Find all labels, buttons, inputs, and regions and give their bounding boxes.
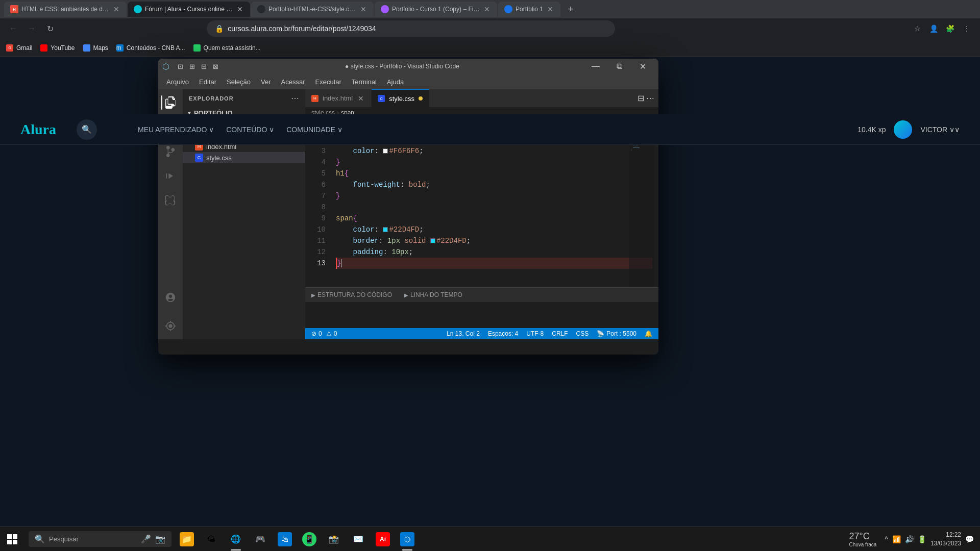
- editor-tab-style-css[interactable]: C style.css: [372, 89, 429, 107]
- activity-run[interactable]: [161, 167, 180, 185]
- alura-username[interactable]: VICTOR ∨∨: [920, 126, 960, 134]
- status-spaces[interactable]: Espaços: 4: [486, 330, 520, 337]
- tray-battery-icon[interactable]: 🔋: [918, 535, 926, 543]
- profile-button[interactable]: 👤: [927, 21, 941, 36]
- alura-logo[interactable]: Alura: [20, 121, 56, 138]
- taskbar-icon-whatsapp[interactable]: 📱: [298, 527, 321, 552]
- status-port[interactable]: 📡 Port : 5500: [595, 330, 639, 337]
- tab-close-1[interactable]: ✕: [112, 4, 120, 14]
- file-style-css[interactable]: C style.css: [183, 152, 305, 163]
- title-layout-icon2[interactable]: ⊞: [187, 62, 197, 71]
- split-editor-icon[interactable]: ⊟: [638, 93, 644, 103]
- alura-nav-conteudo[interactable]: CONTEÚDO ∨: [226, 126, 274, 134]
- port-icon: 📡: [597, 330, 604, 337]
- alura-search-button[interactable]: 🔍: [77, 119, 97, 140]
- status-encoding[interactable]: UTF-8: [524, 330, 546, 337]
- tray-chevron-icon[interactable]: ^: [885, 535, 888, 543]
- extensions-button[interactable]: 🧩: [943, 21, 958, 36]
- activity-settings[interactable]: [161, 317, 180, 335]
- menu-selecao[interactable]: Seleção: [223, 77, 255, 87]
- back-button[interactable]: ←: [6, 21, 20, 36]
- position-text: Ln 13, Col 2: [447, 330, 480, 337]
- status-right: Ln 13, Col 2 Espaços: 4 UTF-8 CRLF CSS: [445, 330, 654, 337]
- status-position[interactable]: Ln 13, Col 2: [445, 330, 482, 337]
- bookmark-conteudos[interactable]: m Conteúdos - CNB A...: [116, 44, 185, 52]
- taskbar-icon-file-explorer[interactable]: 📁: [176, 527, 198, 552]
- menu-arquivo[interactable]: Arquivo: [162, 77, 193, 87]
- panel-tab-estrutura[interactable]: ▶ ESTRUTURA DO CÓDIGO: [305, 288, 398, 302]
- menu-ver[interactable]: Ver: [257, 77, 275, 87]
- bookmark-quem[interactable]: Quem está assistin...: [193, 44, 261, 52]
- bookmark-gmail[interactable]: G Gmail: [6, 44, 32, 52]
- editor-tab-index-html[interactable]: H index.html ✕: [305, 89, 372, 107]
- bookmark-maps[interactable]: Maps: [83, 44, 108, 52]
- menu-executar[interactable]: Executar: [311, 77, 346, 87]
- browser-tab-4[interactable]: Portfolio - Curso 1 (Copy) – Figm... ✕: [375, 2, 497, 17]
- window-minimize-button[interactable]: —: [584, 59, 607, 74]
- panel-arrow-linha: ▶: [404, 292, 408, 298]
- sidebar-more-button[interactable]: ⋯: [291, 93, 299, 103]
- alura-nav-comunidade[interactable]: COMUNIDADE ∨: [286, 126, 342, 134]
- title-layout-icon1[interactable]: ⊡: [176, 62, 185, 71]
- tab-close-2[interactable]: ✕: [236, 4, 244, 14]
- taskbar-icon-app2[interactable]: 🎮: [249, 527, 272, 552]
- search-mic-icon: 🎤: [141, 534, 151, 544]
- tray-weather[interactable]: 27°C Chuva fraca: [849, 531, 876, 547]
- tab-close-5[interactable]: ✕: [546, 4, 554, 14]
- alura-avatar[interactable]: [894, 120, 912, 139]
- panel-tab-linha[interactable]: ▶ LINHA DO TEMPO: [398, 288, 469, 302]
- status-errors[interactable]: ⊘ 0 ⚠ 0: [309, 330, 339, 337]
- activity-extensions[interactable]: [161, 191, 180, 210]
- url-bar[interactable]: 🔒 cursos.alura.com.br/forum/editar/post/…: [207, 20, 615, 37]
- svg-rect-2: [7, 540, 12, 544]
- status-bell[interactable]: 🔔: [643, 330, 654, 337]
- tray-time[interactable]: 12:22 13/03/2023: [930, 531, 961, 548]
- tray-notification-icon[interactable]: 💬: [965, 535, 974, 543]
- start-button[interactable]: [0, 527, 24, 552]
- browser-tab-5[interactable]: Portfolio 1 ✕: [498, 2, 560, 17]
- taskbar-icon-instagram[interactable]: 📸: [323, 527, 345, 552]
- menu-acessar[interactable]: Acessar: [277, 77, 309, 87]
- title-layout-icon4[interactable]: ⊠: [211, 62, 220, 71]
- activity-explorer[interactable]: [161, 93, 180, 112]
- browser-tab-1[interactable]: H HTML e CSS: ambientes de dese... ✕: [4, 2, 127, 17]
- more-actions-icon[interactable]: ⋯: [646, 93, 654, 103]
- tray-sound-icon[interactable]: 🔊: [905, 535, 914, 543]
- bookmark-button[interactable]: ☆: [911, 21, 925, 36]
- menu-editar[interactable]: Editar: [195, 77, 220, 87]
- code-line-7: }: [336, 190, 652, 202]
- alura-nav: MEU APRENDIZADO ∨ CONTEÚDO ∨ COMUNIDADE …: [138, 126, 342, 134]
- taskbar-icon-store[interactable]: 🛍: [274, 527, 296, 552]
- alura-nav-aprendizado[interactable]: MEU APRENDIZADO ∨: [138, 126, 214, 134]
- forward-button[interactable]: →: [24, 21, 39, 36]
- activity-source-control[interactable]: [161, 142, 180, 161]
- browser-tab-3[interactable]: Portfolío-HTML-e-CSS/style.css ... ✕: [251, 2, 374, 17]
- taskbar-icon-weather[interactable]: 🌤: [200, 527, 223, 552]
- status-language[interactable]: CSS: [574, 330, 591, 337]
- activity-account[interactable]: [161, 288, 180, 307]
- browser-tab-2[interactable]: Fórum | Alura - Cursos online d... ✕: [128, 2, 250, 17]
- tab-close-index[interactable]: ✕: [357, 94, 365, 103]
- new-tab-button[interactable]: +: [564, 2, 578, 16]
- taskbar-icon-chrome[interactable]: 🌐: [225, 527, 247, 552]
- taskbar-icon-adobe[interactable]: Ai: [372, 527, 394, 552]
- taskbar-icon-vscode[interactable]: ⬡: [396, 527, 419, 552]
- window-restore-button[interactable]: ⧉: [607, 59, 631, 74]
- code-line-3: color: #F6F6F6;: [336, 145, 652, 157]
- tab-close-4[interactable]: ✕: [483, 4, 491, 14]
- tab-close-3[interactable]: ✕: [359, 4, 368, 14]
- tab-icon-html: H: [311, 95, 318, 102]
- window-close-button[interactable]: ✕: [631, 59, 654, 74]
- menu-ajuda[interactable]: Ajuda: [383, 77, 408, 87]
- code-line-5: h1{: [336, 168, 652, 179]
- more-button[interactable]: ⋮: [960, 21, 974, 36]
- title-layout-icon3[interactable]: ⊟: [199, 62, 209, 71]
- taskbar-search-bar[interactable]: 🔍 Pesquisar 🎤 📷: [29, 531, 172, 547]
- taskbar-icon-mail[interactable]: ✉️: [347, 527, 370, 552]
- status-line-ending[interactable]: CRLF: [550, 330, 570, 337]
- bookmark-youtube[interactable]: YouTube: [40, 44, 75, 52]
- line-num-11: 11: [305, 235, 326, 246]
- menu-terminal[interactable]: Terminal: [348, 77, 381, 87]
- tray-network-icon[interactable]: 📶: [892, 535, 901, 543]
- reload-button[interactable]: ↻: [43, 21, 57, 36]
